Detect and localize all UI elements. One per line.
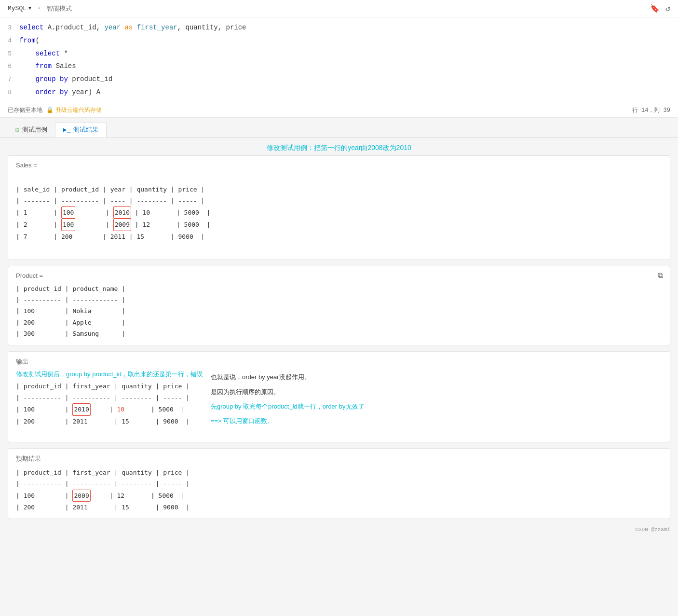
code-editor[interactable]: 3 select A.product_id, year as first_yea… [0, 17, 678, 103]
output-row: 修改测试用例后，group by product_id，取出来的还是第一行，错误… [16, 370, 662, 430]
code-line-4: 4 from( [0, 34, 678, 47]
status-left: 已存储至本地 🔒 升级云端代码存储 [8, 106, 102, 114]
code-text: select * [19, 48, 68, 59]
tab-test-cases[interactable]: ☑ 测试用例 [8, 123, 55, 137]
status-bar: 已存储至本地 🔒 升级云端代码存储 行 14，列 39 [0, 103, 678, 118]
expected-table: | product_id | first_year | quantity | p… [16, 467, 662, 513]
code-text: group by product_id [19, 74, 112, 84]
tab-test-results[interactable]: ▶_ 测试结果 [55, 122, 107, 137]
sales-row-1: | 1 | 100 | 2010 | 10 | 5000 | [16, 209, 210, 216]
output-section: 输出 修改测试用例后，group by product_id，取出来的还是第一行… [8, 351, 670, 442]
note-3: 先group by 取完每个product_id就一行，order by无效了 [211, 401, 662, 412]
output-notes: 也就是说，order by year没起作用。 是因为执行顺序的原因。 先gro… [211, 370, 662, 430]
chevron-down-icon: ▼ [28, 6, 31, 11]
main-content: 修改测试用例：把第一行的year由2008改为2010 ↓ Sales = | … [0, 138, 678, 541]
code-text: from( [19, 35, 40, 46]
expected-section: 预期结果 | product_id | first_year | quantit… [8, 448, 670, 520]
code-text: order by year) A [19, 87, 100, 97]
line-number: 8 [0, 88, 19, 98]
tab-label: 测试结果 [73, 125, 98, 134]
branding: CSDN @zzami [8, 525, 670, 534]
line-number: 5 [0, 49, 19, 59]
output-title: 输出 [16, 357, 662, 366]
top-bar-left: MySQL ▼ • 智能模式 [8, 4, 72, 13]
expected-title: 预期结果 [16, 454, 662, 463]
line-number: 6 [0, 62, 19, 72]
code-text: from Sales [19, 61, 76, 71]
sales-row-3: | 7 | 200 | 2011 | 15 | 9000 | [16, 233, 204, 240]
code-line-6: 6 from Sales [0, 60, 678, 73]
tabs-bar: ☑ 测试用例 ▶_ 测试结果 [0, 118, 678, 138]
copy-button[interactable]: ⧉ [658, 271, 663, 280]
sales-title: Sales = [16, 162, 662, 169]
sales-row-2: | 2 | 100 | 2009 | 12 | 5000 | [16, 221, 210, 228]
lock-icon: 🔒 [46, 107, 54, 114]
product-title: Product = [16, 272, 662, 279]
saved-text: 已存储至本地 [8, 106, 42, 114]
code-line-8: 8 order by year) A [0, 86, 678, 99]
sales-table: | sale_id | product_id | year | quantity… [16, 173, 662, 254]
mode-label: 智能模式 [47, 4, 72, 13]
line-number: 7 [0, 75, 19, 85]
tab-label: 测试用例 [22, 125, 47, 134]
sales-header: | sale_id | product_id | year | quantity… [16, 186, 204, 204]
output-table: | product_id | first_year | quantity | p… [16, 381, 203, 427]
product-table: | product_id | product_name | | --------… [16, 283, 662, 340]
sales-annotation: 修改测试用例：把第一行的year由2008改为2010 [8, 144, 670, 152]
output-table-col: 修改测试用例后，group by product_id，取出来的还是第一行，错误… [16, 370, 203, 430]
separator-dot: • [37, 5, 41, 13]
upgrade-label: 升级云端代码存储 [55, 106, 102, 114]
bookmark-icon[interactable]: 🔖 [650, 4, 660, 14]
sales-table-section: Sales = | sale_id | product_id | year | … [8, 155, 670, 260]
db-selector[interactable]: MySQL ▼ [8, 5, 31, 12]
line-number: 4 [0, 36, 19, 46]
checkbox-icon: ☑ [15, 126, 19, 134]
top-bar: MySQL ▼ • 智能模式 🔖 ↺ [0, 0, 678, 17]
note-4: ==> 可以用窗口函数。 [211, 416, 662, 426]
top-bar-right: 🔖 ↺ [650, 4, 670, 14]
line-number: 3 [0, 23, 19, 33]
note-2: 是因为执行顺序的原因。 [211, 387, 662, 397]
terminal-icon: ▶_ [63, 126, 71, 134]
code-line-3: 3 select A.product_id, year as first_yea… [0, 21, 678, 34]
cursor-position: 行 14，列 39 [632, 106, 670, 114]
output-annotation: 修改测试用例后，group by product_id，取出来的还是第一行，错误 [16, 370, 203, 378]
product-table-section: Product = ⧉ | product_id | product_name … [8, 266, 670, 346]
code-line-5: 5 select * [0, 47, 678, 60]
code-line-7: 7 group by product_id [0, 73, 678, 86]
code-text: select A.product_id, year as first_year,… [19, 22, 246, 33]
upgrade-button[interactable]: 🔒 升级云端代码存储 [46, 106, 102, 114]
note-1: 也就是说，order by year没起作用。 [211, 372, 662, 383]
refresh-icon[interactable]: ↺ [665, 4, 670, 14]
db-label: MySQL [8, 5, 27, 12]
